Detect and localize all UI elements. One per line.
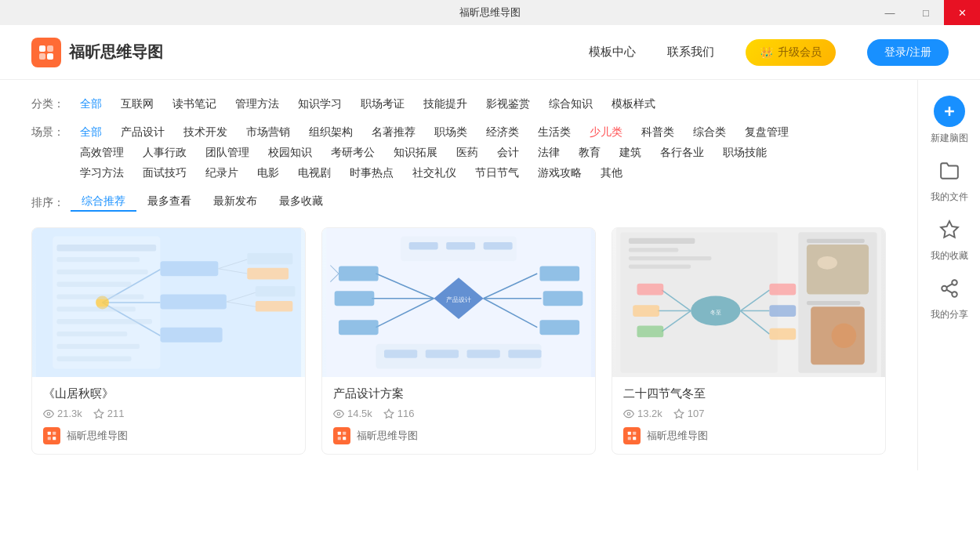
- card-3-info: 二十四节气冬至 13.2k 107: [612, 377, 885, 454]
- svg-rect-98: [628, 432, 631, 435]
- scene-campus[interactable]: 校园知识: [259, 144, 321, 161]
- sort-label: 排序：: [31, 194, 71, 210]
- cat-management[interactable]: 管理方法: [226, 96, 289, 113]
- scene-movie[interactable]: 电影: [248, 165, 289, 182]
- scene-other[interactable]: 其他: [591, 165, 632, 182]
- cat-general[interactable]: 综合知识: [539, 96, 602, 113]
- scene-documentary[interactable]: 纪录片: [196, 165, 248, 182]
- sort-items: 综合推荐 最多查看 最新发布 最多收藏: [71, 193, 334, 212]
- scene-efficiency[interactable]: 高效管理: [71, 144, 133, 161]
- svg-rect-51: [539, 320, 579, 335]
- svg-rect-58: [508, 350, 541, 358]
- cat-film[interactable]: 影视鉴赏: [477, 96, 539, 113]
- cat-internet[interactable]: 互联网: [111, 96, 163, 113]
- svg-rect-55: [384, 350, 417, 358]
- svg-rect-11: [160, 294, 226, 309]
- cards-grid: 《山居秋暝》 21.3k 211: [31, 227, 886, 455]
- scene-architecture[interactable]: 建筑: [610, 144, 651, 161]
- maximize-button[interactable]: □: [908, 0, 944, 25]
- scene-festival[interactable]: 节日节气: [466, 165, 528, 182]
- close-button[interactable]: ✕: [944, 0, 980, 25]
- card-2[interactable]: 产品设计: [321, 227, 596, 455]
- svg-rect-95: [807, 301, 861, 305]
- scene-social[interactable]: 社交礼仪: [403, 165, 466, 182]
- scene-hr[interactable]: 人事行政: [133, 144, 196, 161]
- scene-workclass[interactable]: 职场类: [425, 124, 477, 141]
- main-window: 福昕思维导图 模板中心 联系我们 👑 升级会员 登录/注册 分类： 全部 互联网…: [0, 25, 980, 533]
- sort-recommended[interactable]: 综合推荐: [71, 193, 136, 212]
- upgrade-button[interactable]: 👑 升级会员: [746, 39, 836, 66]
- svg-rect-101: [633, 437, 636, 440]
- svg-rect-22: [57, 257, 140, 262]
- template-center-link[interactable]: 模板中心: [589, 45, 636, 60]
- sort-newest[interactable]: 最新发布: [202, 193, 268, 212]
- contact-us-link[interactable]: 联系我们: [667, 45, 714, 60]
- scene-team[interactable]: 团队管理: [196, 144, 259, 161]
- cat-template[interactable]: 模板样式: [602, 96, 665, 113]
- scene-all[interactable]: 全部: [71, 124, 111, 141]
- scene-expand[interactable]: 知识拓展: [384, 144, 447, 161]
- logo[interactable]: 福昕思维导图: [31, 38, 163, 67]
- scene-label: 场景：: [31, 124, 71, 140]
- svg-rect-73: [629, 256, 712, 260]
- scene-life[interactable]: 生活类: [528, 124, 580, 141]
- cat-workplace[interactable]: 职场考证: [351, 96, 414, 113]
- scene-accounting[interactable]: 会计: [488, 144, 528, 161]
- cat-skills[interactable]: 技能提升: [414, 96, 477, 113]
- upgrade-label: 升级会员: [778, 45, 822, 60]
- scene-news[interactable]: 时事热点: [340, 165, 403, 182]
- scene-education[interactable]: 教育: [569, 144, 610, 161]
- scene-exam[interactable]: 考研考公: [321, 144, 384, 161]
- sidebar-right: 新建脑图 我的文件 我的收藏 我的分享: [917, 80, 980, 470]
- scene-review[interactable]: 复盘管理: [735, 124, 798, 141]
- card-3[interactable]: 冬至: [612, 227, 886, 455]
- scene-comprehensive[interactable]: 综合类: [684, 124, 735, 141]
- scene-industry[interactable]: 各行各业: [651, 144, 713, 161]
- login-button[interactable]: 登录/注册: [867, 39, 949, 66]
- svg-rect-15: [247, 253, 292, 265]
- cat-reading[interactable]: 读书笔记: [163, 96, 226, 113]
- my-favorites-action[interactable]: 我的收藏: [931, 219, 968, 263]
- scene-org[interactable]: 组织架构: [299, 124, 362, 141]
- new-map-circle-button[interactable]: [934, 96, 965, 127]
- titlebar: 福昕思维导图 — □ ✕: [0, 0, 980, 25]
- scene-tvshow[interactable]: 电视剧: [289, 165, 340, 182]
- star-icon: [939, 219, 960, 245]
- scene-filter-row: 场景： 全部 产品设计 技术开发 市场营销 组织架构 名著推荐 职场类 经济类 …: [31, 124, 886, 182]
- my-files-action[interactable]: 我的文件: [931, 161, 968, 204]
- sort-most-saved[interactable]: 最多收藏: [268, 193, 334, 212]
- scene-classics[interactable]: 名著推荐: [362, 124, 425, 141]
- scene-medicine[interactable]: 医药: [447, 144, 488, 161]
- scene-product[interactable]: 产品设计: [111, 124, 174, 141]
- sort-most-viewed[interactable]: 最多查看: [136, 193, 202, 212]
- scene-children[interactable]: 少儿类: [580, 124, 632, 141]
- scene-law[interactable]: 法律: [528, 144, 569, 161]
- svg-rect-94: [807, 239, 865, 243]
- titlebar-controls: — □ ✕: [872, 0, 980, 25]
- card-3-author: 福昕思维导图: [623, 427, 874, 444]
- minimize-button[interactable]: —: [872, 0, 908, 25]
- scene-economy[interactable]: 经济类: [477, 124, 528, 141]
- card-1[interactable]: 《山居秋暝》 21.3k 211: [31, 227, 306, 455]
- card-2-stats: 14.5k 116: [333, 408, 584, 419]
- svg-rect-2: [39, 53, 45, 60]
- cat-all[interactable]: 全部: [71, 96, 111, 113]
- cat-knowledge[interactable]: 知识学习: [289, 96, 351, 113]
- new-map-action[interactable]: 新建脑图: [931, 96, 968, 145]
- scene-items-row2: 高效管理 人事行政 团队管理 校园知识 考研考公 知识拓展 医药 会计 法律 教…: [71, 144, 776, 161]
- svg-rect-85: [637, 326, 664, 338]
- my-shares-action[interactable]: 我的分享: [931, 278, 968, 321]
- scene-science[interactable]: 科普类: [632, 124, 684, 141]
- scene-marketing[interactable]: 市场营销: [237, 124, 299, 141]
- scene-interview[interactable]: 面试技巧: [133, 165, 196, 182]
- svg-rect-87: [769, 305, 796, 317]
- svg-rect-23: [57, 270, 148, 274]
- scene-study[interactable]: 学习方法: [71, 165, 133, 182]
- card-1-title: 《山居秋暝》: [43, 386, 294, 401]
- my-files-label: 我的文件: [931, 190, 968, 204]
- scene-workplace-skills[interactable]: 职场技能: [713, 144, 776, 161]
- scene-tech[interactable]: 技术开发: [174, 124, 237, 141]
- scene-gaming[interactable]: 游戏攻略: [528, 165, 591, 182]
- svg-point-63: [337, 412, 340, 415]
- my-favorites-label: 我的收藏: [931, 249, 968, 263]
